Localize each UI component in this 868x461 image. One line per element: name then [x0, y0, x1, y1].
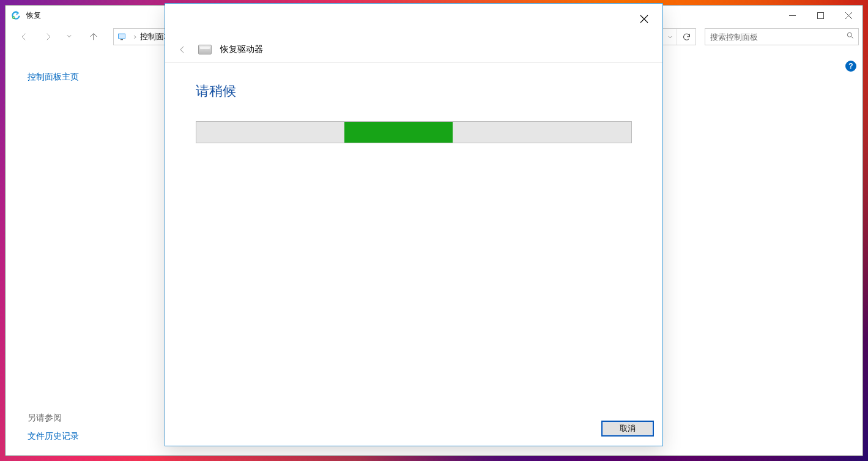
dialog-top-area [165, 4, 662, 39]
sidebar-link-file-history[interactable]: 文件历史记录 [28, 431, 79, 442]
window-maximize-button[interactable] [806, 6, 834, 25]
svg-rect-6 [119, 34, 125, 39]
nav-forward-button[interactable] [41, 29, 56, 44]
dialog-separator [165, 62, 662, 63]
recovery-app-icon [10, 10, 21, 21]
help-icon[interactable]: ? [845, 61, 856, 72]
drive-icon [198, 45, 212, 54]
recovery-drive-dialog: 恢复驱动器 请稍候 取消 [165, 3, 663, 446]
window-minimize-button[interactable] [778, 6, 806, 25]
dialog-close-button[interactable] [633, 10, 655, 28]
titlebar-left: 恢复 [6, 10, 41, 21]
refresh-button[interactable] [677, 29, 696, 45]
control-panel-icon [114, 29, 130, 45]
see-also-label: 另请参阅 [28, 413, 62, 424]
chevron-right-icon [130, 29, 139, 45]
svg-rect-2 [817, 12, 823, 18]
nav-back-button[interactable] [17, 29, 31, 44]
address-breadcrumb-right [662, 28, 696, 45]
progress-bar-chunk [344, 122, 453, 143]
svg-rect-7 [121, 39, 123, 40]
dialog-title: 恢复驱动器 [220, 44, 263, 55]
window-controls [778, 6, 862, 25]
sidebar-link-control-panel-home[interactable]: 控制面板主页 [28, 72, 79, 83]
nav-up-button[interactable] [86, 29, 101, 44]
nav-recent-dropdown-icon[interactable] [65, 31, 73, 42]
recovery-control-panel-window: 恢复 [5, 5, 863, 456]
dialog-wait-label: 请稍候 [196, 82, 236, 100]
window-close-button[interactable] [834, 6, 862, 25]
dialog-footer: 取消 [165, 411, 662, 446]
cancel-button[interactable]: 取消 [601, 421, 654, 437]
dialog-back-button[interactable] [175, 44, 190, 55]
search-icon [846, 31, 855, 42]
progress-bar [196, 121, 632, 143]
window-title: 恢复 [26, 10, 41, 21]
nav-arrows [9, 29, 106, 44]
address-dropdown-button[interactable] [663, 29, 677, 45]
search-input[interactable] [705, 32, 858, 42]
svg-point-8 [847, 32, 851, 37]
svg-line-9 [851, 36, 853, 38]
dialog-header: 恢复驱动器 [175, 44, 263, 55]
search-box[interactable] [705, 28, 859, 45]
